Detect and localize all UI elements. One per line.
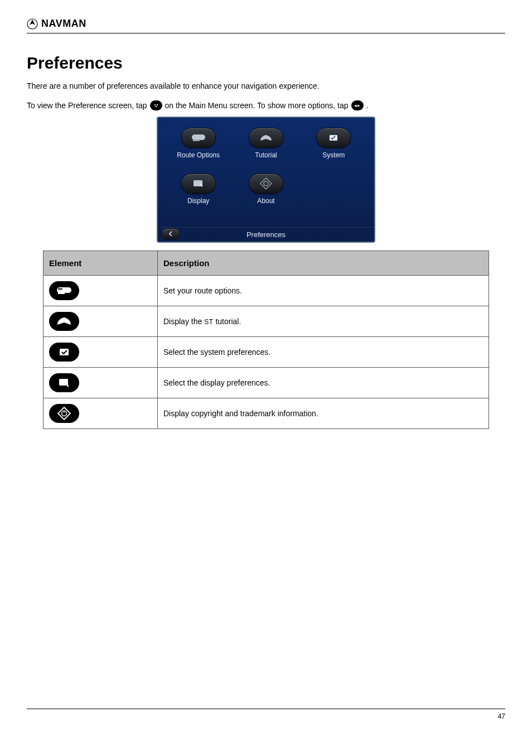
- preferences-table: Element Description Set your route optio…: [43, 251, 489, 429]
- menu-label: About: [257, 197, 274, 205]
- svg-point-5: [264, 181, 268, 186]
- svg-rect-1: [192, 134, 205, 140]
- brand-logo: NAVMAN: [27, 18, 505, 30]
- preferences-icon: [150, 100, 162, 110]
- table-row: Set your route options.: [43, 276, 489, 306]
- svg-rect-7: [58, 288, 62, 290]
- row-desc-suffix: tutorial.: [214, 317, 241, 326]
- display-icon: [49, 373, 79, 392]
- table-row: Display the ST tutorial.: [43, 306, 489, 337]
- col-element: Element: [43, 251, 158, 276]
- menu-route-options[interactable]: Route Options: [166, 128, 231, 171]
- page-number: 47: [498, 712, 505, 720]
- col-description: Description: [158, 251, 489, 276]
- page-footer: 47: [27, 709, 505, 720]
- menu-label: Tutorial: [255, 151, 277, 159]
- tutorial-icon: [258, 133, 274, 143]
- about-icon: [49, 404, 79, 423]
- route-options-icon: [191, 133, 206, 143]
- menu-about[interactable]: About: [233, 174, 298, 217]
- intro-part-2: on the Main Menu screen. To show more op…: [165, 98, 349, 113]
- display-icon: [191, 179, 206, 189]
- about-icon: [260, 177, 272, 190]
- navman-logo-icon: [27, 18, 38, 30]
- svg-rect-2: [193, 139, 200, 141]
- intro-part-1: To view the Preference screen, tap: [27, 98, 147, 113]
- intro-text: There are a number of preferences availa…: [27, 80, 505, 92]
- row-desc: Display copyright and trademark informat…: [158, 398, 489, 429]
- table-row: Select the system preferences.: [43, 337, 489, 368]
- system-icon: [326, 133, 341, 143]
- row-desc: Set your route options.: [158, 276, 489, 306]
- system-icon: [49, 343, 79, 362]
- tutorial-icon: [49, 312, 79, 331]
- more-options-icon: [351, 100, 364, 110]
- brand-text: NAVMAN: [41, 18, 86, 30]
- device-footer-title: Preferences: [158, 227, 374, 242]
- page-title: Preferences: [27, 54, 505, 73]
- page-header: NAVMAN: [27, 18, 505, 33]
- menu-label: Route Options: [177, 151, 220, 159]
- svg-rect-8: [58, 292, 65, 294]
- row-desc: Select the system preferences.: [158, 337, 489, 368]
- row-desc-prefix: Display the: [163, 317, 204, 326]
- menu-tutorial[interactable]: Tutorial: [233, 128, 298, 171]
- intro-instruction: To view the Preference screen, tap on th…: [27, 98, 505, 113]
- row-desc: Display the ST tutorial.: [158, 306, 489, 337]
- row-desc-abbr: ST: [204, 318, 213, 326]
- table-row: Display copyright and trademark informat…: [43, 398, 489, 429]
- row-desc: Select the display preferences.: [158, 368, 489, 398]
- menu-display[interactable]: Display: [166, 174, 231, 217]
- menu-label: System: [322, 151, 345, 159]
- device-screenshot: Route Options Tutorial System: [157, 117, 375, 243]
- menu-label: Display: [187, 197, 209, 205]
- table-row: Select the display preferences.: [43, 368, 489, 398]
- svg-rect-6: [57, 287, 71, 293]
- intro-part-3: .: [366, 98, 369, 113]
- route-options-icon: [49, 281, 79, 300]
- menu-system[interactable]: System: [301, 128, 366, 171]
- svg-rect-9: [60, 349, 69, 355]
